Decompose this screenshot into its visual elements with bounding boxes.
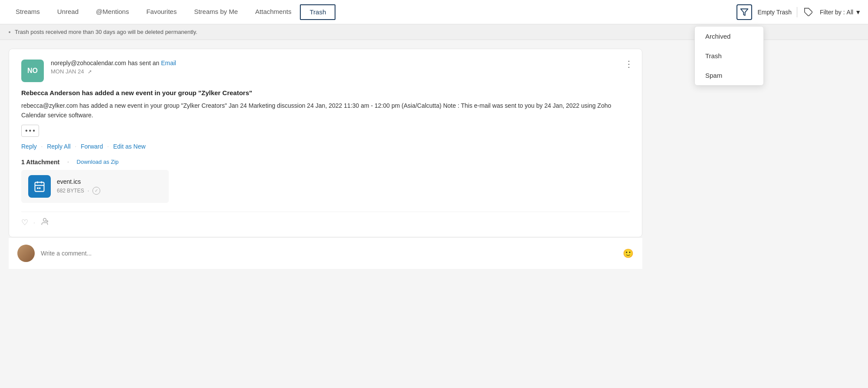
emoji-icon[interactable]: 🙂 [623, 248, 634, 259]
action-links: Reply · Reply All · Forward · Edit as Ne… [21, 143, 630, 150]
tab-favourites[interactable]: Favourites [138, 0, 185, 24]
funnel-icon [740, 8, 749, 17]
filter-by-value: All [847, 9, 854, 16]
attachment-filename: event.ics [57, 178, 162, 185]
svg-marker-0 [741, 9, 748, 15]
user-add-icon[interactable] [40, 217, 49, 228]
more-options-button[interactable]: ⋮ [625, 60, 633, 68]
filter-icon-button[interactable] [736, 4, 752, 20]
notice-text: Trash posts received more than 30 days a… [15, 29, 197, 35]
action-sep-1: · [41, 143, 43, 149]
attachment-info: event.ics 682 BYTES · ✓ [57, 178, 162, 195]
chevron-down-icon: ▼ [855, 9, 861, 16]
nav-right-actions: Empty Trash Filter by : All ▼ [736, 4, 861, 20]
commenter-avatar [17, 245, 35, 262]
dropdown-item-trash[interactable]: Trash [695, 46, 763, 66]
tab-unread[interactable]: Unread [49, 0, 87, 24]
tab-trash[interactable]: Trash [300, 4, 335, 20]
tab-mentions[interactable]: @Mentions [87, 0, 138, 24]
email-date-line: MON JAN 24 ➚ [51, 68, 630, 75]
download-zip-link[interactable]: Download as Zip [77, 159, 119, 165]
email-sender: noreply@zohocalendar.com [51, 60, 126, 66]
vertical-divider [797, 7, 797, 17]
top-navigation: Streams Unread @Mentions Favourites Stre… [0, 0, 868, 24]
external-link-icon[interactable]: ➚ [88, 69, 92, 75]
reply-link[interactable]: Reply [21, 143, 37, 150]
email-subject: Rebecca Anderson has added a new event i… [21, 89, 630, 96]
dropdown-item-archived[interactable]: Archived [695, 27, 763, 46]
edit-as-new-link[interactable]: Edit as New [113, 143, 146, 150]
email-date: MON JAN 24 [51, 68, 84, 75]
tag-icon-button[interactable] [802, 6, 815, 18]
empty-trash-button[interactable]: Empty Trash [757, 9, 792, 16]
tab-attachments[interactable]: Attachments [247, 0, 300, 24]
attachment-card: event.ics 682 BYTES · ✓ [21, 170, 169, 203]
email-body: rebecca@zylker.com has added a new event… [21, 101, 630, 120]
comment-input[interactable] [41, 250, 617, 257]
svg-point-8 [43, 218, 46, 221]
attachment-size-row: 682 BYTES · ✓ [57, 187, 162, 195]
attachment-count-label: 1 Attachment [21, 159, 59, 166]
attachment-header: 1 Attachment · Download as Zip [21, 159, 630, 166]
avatar: NO [21, 60, 44, 82]
attachment-section: 1 Attachment · Download as Zip ev [21, 159, 630, 203]
email-header: NO noreply@zohocalendar.com has sent an … [21, 60, 630, 82]
email-from-line: noreply@zohocalendar.com has sent an Ema… [51, 60, 630, 66]
commenter-avatar-img [17, 245, 35, 262]
comment-area: 🙂 [9, 237, 642, 269]
svg-rect-2 [35, 182, 44, 191]
calendar-icon [33, 180, 46, 192]
footer-actions: ♡ · [21, 212, 630, 228]
attachment-file-icon [28, 175, 51, 198]
svg-rect-7 [39, 187, 41, 189]
tag-icon [804, 7, 813, 17]
filter-by-control[interactable]: Filter by : All ▼ [820, 9, 861, 16]
tab-streams[interactable]: Streams [7, 0, 49, 24]
filter-dropdown: Archived Trash Spam [694, 26, 764, 86]
attachment-size: 682 BYTES [57, 188, 84, 194]
attach-size-sep: · [88, 188, 89, 194]
attachment-check-icon: ✓ [92, 187, 100, 195]
reply-all-link[interactable]: Reply All [47, 143, 70, 150]
email-card: ⋮ NO noreply@zohocalendar.com has sent a… [9, 49, 642, 237]
forward-link[interactable]: Forward [81, 143, 103, 150]
action-sep-2: · [75, 143, 76, 149]
email-meta: noreply@zohocalendar.com has sent an Ema… [51, 60, 630, 75]
email-type-link[interactable]: Email [161, 60, 176, 66]
expand-dots-button[interactable]: ••• [21, 125, 39, 137]
heart-icon[interactable]: ♡ [21, 218, 28, 227]
email-from-prefix: has sent an [128, 60, 161, 66]
add-person-icon [40, 217, 49, 226]
dropdown-item-spam[interactable]: Spam [695, 66, 763, 85]
action-sep-3: · [107, 143, 108, 149]
footer-dot-sep: · [33, 219, 35, 226]
attach-sep: · [67, 159, 69, 165]
tab-streams-by-me[interactable]: Streams by Me [185, 0, 247, 24]
nav-tabs: Streams Unread @Mentions Favourites Stre… [7, 0, 736, 24]
filter-by-label: Filter by : [820, 9, 845, 16]
svg-rect-6 [37, 187, 39, 189]
main-content: ⋮ NO noreply@zohocalendar.com has sent a… [0, 40, 651, 278]
